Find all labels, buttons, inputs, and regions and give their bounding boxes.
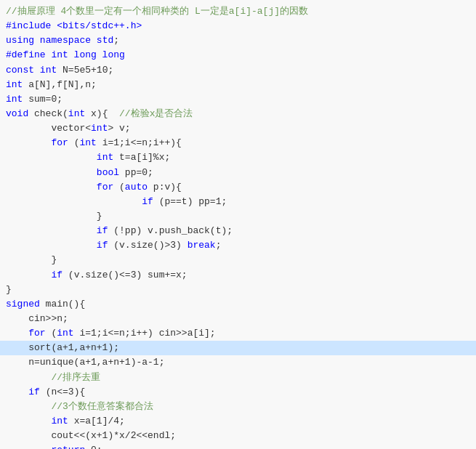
code-line: if (p==t) pp=1; [0,195,476,209]
code-line: //抽屉原理 4个数里一定有一个相同种类的 L一定是a[i]-a[j]的因数 [0,4,476,19]
code-line: cin>>n; [0,312,476,326]
code-line: int t=a[i]%x; [0,150,476,165]
code-line: #define int long long [0,48,476,62]
code-line: using namespace std; [0,33,476,48]
code-line: } [0,209,476,224]
code-line: for (int i=1;i<=n;i++) cin>>a[i]; [0,326,476,341]
code-line: if (n<=3){ [0,385,476,400]
code-line: if (v.size()>3) break; [0,238,476,253]
code-line: bool pp=0; [0,166,476,180]
code-container: //抽屉原理 4个数里一定有一个相同种类的 L一定是a[i]-a[j]的因数#i… [0,0,476,449]
code-line: //3个数任意答案都合法 [0,400,476,414]
code-line: int x=a[1]/4; [0,414,476,429]
code-line: } [0,253,476,267]
code-line: int a[N],f[N],n; [0,78,476,92]
code-line: for (int i=1;i<=n;i++){ [0,136,476,150]
code-line: if (v.size()<=3) sum+=x; [0,268,476,283]
code-line: int sum=0; [0,92,476,107]
code-line: } [0,283,476,297]
code-line: for (auto p:v){ [0,180,476,195]
code-line: cout<<(x+1)*x/2<<endl; [0,429,476,443]
code-line: vector<int> v; [0,121,476,136]
code-line: sort(a+1,a+n+1); [0,341,476,355]
code-line: n=unique(a+1,a+n+1)-a-1; [0,355,476,370]
code-line: const int N=5e5+10; [0,63,476,78]
code-line: return 0; [0,443,476,449]
code-line: #include <bits/stdc++.h> [0,19,476,33]
code-line: void check(int x){ //检验x是否合法 [0,107,476,121]
code-line: if (!pp) v.push_back(t); [0,224,476,238]
code-lines: //抽屉原理 4个数里一定有一个相同种类的 L一定是a[i]-a[j]的因数#i… [0,4,476,449]
code-line: //排序去重 [0,371,476,385]
code-line: signed main(){ [0,297,476,312]
